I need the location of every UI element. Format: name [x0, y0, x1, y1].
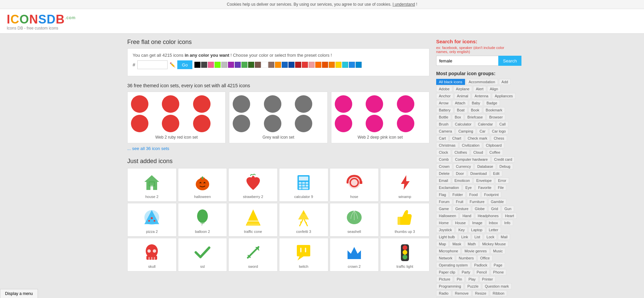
tag-item[interactable]: Mickey Mouse — [479, 241, 508, 247]
tag-item[interactable]: Globe — [472, 206, 487, 212]
tag-item[interactable]: Envelope — [473, 178, 494, 184]
tag-item[interactable]: Paper clip — [436, 269, 458, 275]
tag-item[interactable]: Forum — [436, 199, 452, 205]
color-swatch[interactable] — [288, 62, 294, 68]
tag-item[interactable]: Animal — [454, 93, 471, 99]
color-swatch[interactable] — [194, 62, 200, 68]
tag-item[interactable]: File — [495, 185, 507, 191]
tag-item[interactable]: Math — [465, 241, 478, 247]
tag-item[interactable]: Car logo — [489, 128, 509, 134]
tag-item[interactable]: Fruit — [453, 199, 466, 205]
tag-item[interactable]: Alert — [473, 86, 486, 92]
tag-item[interactable]: Hand — [460, 213, 474, 219]
tag-item[interactable]: Light bulb — [436, 234, 458, 240]
tag-item[interactable]: Image — [469, 220, 485, 226]
tag-item[interactable]: Align — [487, 86, 501, 92]
tag-item[interactable]: Laptop — [468, 227, 485, 233]
tag-item[interactable]: Phone — [491, 269, 507, 275]
tag-item[interactable]: All black icons — [436, 79, 465, 85]
tag-item[interactable]: Map — [436, 241, 449, 247]
tag-item[interactable]: Key — [456, 227, 467, 233]
tag-item[interactable]: Add — [499, 79, 511, 85]
tag-item[interactable]: Badge — [484, 100, 500, 106]
tag-item[interactable]: Radio — [436, 290, 451, 296]
tag-item[interactable]: Favorite — [475, 185, 494, 191]
tag-item[interactable]: Browser — [487, 114, 505, 120]
icon-set-card[interactable]: Grey wall icon set — [229, 92, 327, 143]
tag-item[interactable]: Download — [468, 170, 490, 177]
tag-item[interactable]: Christmas — [436, 142, 458, 148]
tag-item[interactable]: Boat — [454, 107, 467, 113]
tag-item[interactable]: Programming — [436, 283, 464, 289]
color-swatch[interactable] — [268, 62, 274, 68]
understand-link[interactable]: I understand — [393, 2, 415, 7]
tag-item[interactable]: Office — [477, 255, 493, 261]
tag-item[interactable]: Exclamation — [436, 185, 462, 191]
tag-item[interactable]: Email — [436, 178, 451, 184]
search-button[interactable]: Search — [498, 56, 521, 66]
go-button[interactable]: Go — [177, 60, 192, 69]
icon-set-card[interactable]: Web 2 deep pink icon set — [331, 92, 429, 143]
tag-item[interactable]: Padlock — [471, 262, 490, 268]
tag-item[interactable]: Question mark — [482, 283, 512, 289]
tag-item[interactable]: Briefcase — [465, 114, 486, 120]
tag-item[interactable]: Cart — [436, 135, 449, 141]
color-swatch[interactable] — [221, 62, 227, 68]
tag-item[interactable]: Play — [466, 276, 478, 282]
icon-cell[interactable]: ssl — [178, 238, 227, 271]
tag-item[interactable]: Database — [474, 163, 496, 169]
tag-item[interactable]: Coffee — [487, 149, 503, 155]
tag-item[interactable]: Brush — [436, 121, 451, 127]
icon-cell[interactable]: thumbs up 3 — [380, 203, 429, 237]
tag-item[interactable]: Call — [497, 121, 508, 127]
tag-item[interactable]: Picture — [436, 276, 453, 282]
icon-cell[interactable]: traffic light — [380, 238, 429, 271]
logo[interactable]: ICONSDB.com — [7, 12, 637, 27]
tag-item[interactable]: Folder — [450, 192, 465, 198]
tag-item[interactable]: House — [452, 220, 468, 226]
tag-item[interactable]: Accommodation — [466, 79, 498, 85]
tag-item[interactable]: Chess — [491, 135, 507, 141]
tag-item[interactable]: Clothes — [452, 149, 470, 155]
icon-cell[interactable]: strawberry 2 — [228, 168, 278, 202]
tag-item[interactable]: Adobe — [436, 86, 452, 92]
tag-item[interactable]: Mask — [450, 241, 464, 247]
tag-item[interactable]: Info — [502, 220, 513, 226]
tag-item[interactable]: Link — [459, 234, 471, 240]
tag-item[interactable]: Headphones — [475, 213, 501, 219]
icon-cell[interactable]: house 2 — [127, 168, 177, 202]
color-swatch[interactable] — [342, 62, 348, 68]
tag-item[interactable]: Flag — [436, 192, 449, 198]
color-swatch[interactable] — [329, 62, 335, 68]
tag-item[interactable]: Credit card — [492, 156, 515, 162]
icon-cell[interactable]: pizza 2 — [127, 203, 177, 237]
tag-item[interactable]: Halloween — [436, 213, 459, 219]
tag-item[interactable]: Printer — [479, 276, 496, 282]
tag-item[interactable]: Delete — [436, 170, 452, 177]
tag-item[interactable]: Debug — [497, 163, 513, 169]
color-swatch[interactable] — [282, 62, 288, 68]
color-swatch[interactable] — [215, 62, 221, 68]
hex-input[interactable] — [137, 60, 168, 69]
tag-item[interactable]: Arrow — [436, 100, 451, 106]
tag-item[interactable]: Door — [453, 170, 467, 177]
tag-item[interactable]: Gamble — [488, 199, 507, 205]
tag-item[interactable]: Attach — [452, 100, 468, 106]
tag-item[interactable]: Lock — [484, 234, 497, 240]
tag-item[interactable]: Remove — [452, 290, 471, 296]
color-swatch[interactable] — [309, 62, 315, 68]
icon-cell[interactable]: sword — [228, 238, 278, 271]
tag-item[interactable]: Clipboard — [483, 142, 504, 148]
tag-item[interactable]: Food — [467, 192, 480, 198]
tag-item[interactable]: Camera — [436, 128, 455, 134]
display-menu-button[interactable]: Display a menu — [0, 289, 38, 298]
tag-item[interactable]: Civilization — [459, 142, 482, 148]
tag-item[interactable]: Currency — [453, 163, 474, 169]
tag-item[interactable]: Airplane — [453, 86, 472, 92]
icon-cell[interactable]: skull — [127, 238, 177, 271]
tag-item[interactable]: Cloud — [471, 149, 486, 155]
tag-item[interactable]: Network — [436, 255, 455, 261]
tag-item[interactable]: Appliances — [492, 93, 515, 99]
tag-item[interactable]: Car — [477, 128, 488, 134]
icon-cell[interactable]: balloon 2 — [178, 203, 227, 237]
